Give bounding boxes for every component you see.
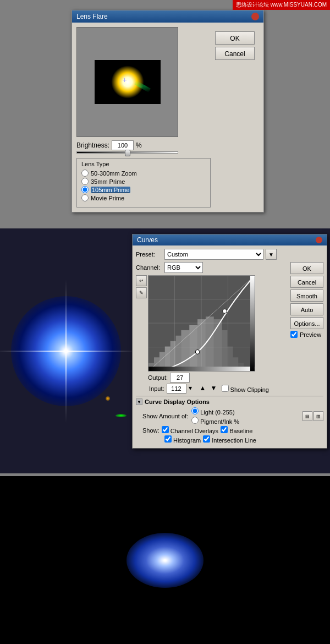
eyedrop2[interactable]: ▲ — [200, 384, 208, 393]
lens-flare-body: Brightness: % Lens Type 50-300mm Zoom — [72, 23, 263, 212]
show-clipping-label: Show Clipping — [222, 385, 269, 393]
eyedrop3[interactable]: ▼ — [211, 384, 219, 393]
lens-option-movie[interactable]: Movie Prime — [81, 194, 206, 201]
watermark: 思络设计论坛 www.MISSYUAN.COM — [233, 0, 330, 10]
preset-select[interactable]: Custom — [164, 249, 263, 260]
input-input[interactable] — [167, 384, 186, 394]
channel-overlays-label: Channel Overlays — [162, 426, 219, 434]
svg-rect-14 — [189, 325, 197, 371]
eyedrop1[interactable]: ▾ — [189, 384, 197, 393]
input-label: Input: — [149, 385, 164, 392]
star-ray-vertical — [65, 280, 67, 423]
lens-option-35mm[interactable]: 35mm Prime — [81, 178, 206, 185]
glowing-star — [11, 296, 121, 406]
small-glow — [127, 533, 204, 588]
lens-label-105mm: 105mm Prime — [91, 187, 130, 193]
brightness-input[interactable] — [112, 140, 134, 150]
lens-cancel-button[interactable]: Cancel — [215, 47, 255, 60]
histogram-label: Histogram — [164, 435, 201, 444]
lens-radio-35mm[interactable] — [81, 178, 89, 185]
lens-type-title: Lens Type — [81, 161, 206, 167]
svg-rect-13 — [181, 330, 189, 371]
curves-graph[interactable] — [148, 275, 255, 372]
grid-icon-buttons: ▤ ▥ — [302, 411, 323, 421]
watermark-text: 思络设计论坛 www.MISSYUAN.COM — [236, 2, 327, 8]
channel-select[interactable]: RGB — [164, 262, 203, 273]
light-radio[interactable] — [191, 407, 199, 414]
curves-channel-col: Channel: RGB ↩ ✎ — [136, 262, 288, 394]
lens-radio-50300[interactable] — [81, 170, 89, 177]
show-clipping-checkbox[interactable] — [222, 385, 229, 392]
lens-option-105mm[interactable]: 105mm Prime — [81, 186, 206, 193]
svg-point-24 — [223, 309, 227, 313]
brightness-row: Brightness: % — [76, 140, 211, 150]
curves-channel-buttons-row: Channel: RGB ↩ ✎ — [136, 262, 323, 394]
curves-smooth-button[interactable]: Smooth — [290, 290, 323, 302]
show-row: Show: Channel Overlays Baseline — [142, 426, 323, 434]
curves-close-button[interactable] — [316, 237, 322, 243]
svg-rect-25 — [148, 367, 255, 371]
curves-graph-col: Output: — [148, 275, 255, 383]
preview-row: Preview — [290, 331, 323, 338]
curves-preset-row: Preset: Custom ▼ — [136, 249, 323, 260]
baseline-checkbox[interactable] — [221, 426, 228, 433]
pigment-radio-label: Pigment/Ink % — [191, 417, 239, 425]
brightness-slider-track[interactable] — [76, 151, 178, 154]
show-row2: Histogram Intersection Line — [142, 435, 323, 444]
curves-auto-button[interactable]: Auto — [290, 303, 323, 315]
preview-label: Preview — [300, 331, 321, 338]
preview-checkbox[interactable] — [290, 331, 298, 338]
curves-presets-icon[interactable]: ▼ — [266, 249, 277, 260]
svg-point-23 — [195, 350, 200, 354]
lens-flare-close-button[interactable] — [251, 13, 259, 20]
channel-overlays-checkbox[interactable] — [162, 426, 169, 433]
baseline-label: Baseline — [221, 426, 252, 434]
brightness-slider-row — [76, 151, 211, 154]
output-label: Output: — [148, 374, 168, 381]
star-flare-orange — [106, 396, 110, 401]
lens-option-50300[interactable]: 50-300mm Zoom — [81, 170, 206, 177]
input-row: Input: ▾ ▲ ▼ Show Clipping — [136, 384, 288, 394]
lens-flare-title: Lens Flare — [76, 13, 108, 20]
lens-label-50300: 50-300mm Zoom — [91, 170, 137, 177]
lens-type-box: Lens Type 50-300mm Zoom 35mm Prime 105mm… — [76, 158, 211, 208]
lens-canvas[interactable] — [76, 27, 178, 137]
lens-label-movie: Movie Prime — [91, 195, 124, 201]
curves-graph-svg — [148, 276, 255, 371]
curves-cancel-button[interactable]: Cancel — [290, 276, 323, 288]
curves-tools-col: ↩ ✎ — [136, 275, 147, 383]
grid-small-button[interactable]: ▤ — [302, 411, 312, 421]
svg-rect-26 — [250, 276, 255, 371]
intersection-label: Intersection Line — [203, 435, 256, 444]
grid-large-button[interactable]: ▥ — [314, 411, 323, 421]
pigment-radio[interactable] — [191, 417, 199, 424]
lens-radio-movie[interactable] — [81, 194, 89, 201]
brightness-label: Brightness: — [76, 141, 109, 149]
preset-label: Preset: — [136, 251, 162, 258]
show-amount-label: Show Amount of: — [142, 413, 188, 419]
collapse-button[interactable]: ▼ — [136, 399, 142, 405]
lens-ok-button[interactable]: OK — [215, 31, 255, 45]
star-flare-green — [116, 414, 127, 417]
lens-dialog-buttons: OK Cancel — [215, 27, 259, 208]
curves-divider1 — [136, 396, 323, 396]
star-glow-outer — [11, 296, 121, 406]
show-amount-row: Show Amount of: Light (0-255) Pigment/In… — [142, 407, 323, 425]
curves-tool-pencil[interactable]: ✎ — [136, 287, 147, 298]
curves-dialog: Curves Preset: Custom ▼ Channel: — [132, 234, 327, 449]
lens-radio-105mm[interactable] — [81, 186, 89, 193]
curves-tool-curve[interactable]: ↩ — [136, 275, 147, 286]
svg-rect-17 — [214, 319, 222, 371]
show-amount-radios: Light (0-255) Pigment/Ink % — [191, 407, 239, 425]
curves-options-button[interactable]: Options... — [290, 317, 323, 329]
histogram-checkbox[interactable] — [164, 435, 172, 443]
intersection-checkbox[interactable] — [203, 435, 210, 443]
brightness-slider-thumb[interactable] — [125, 150, 130, 156]
curves-title: Curves — [137, 236, 158, 244]
light-radio-label: Light (0-255) — [191, 407, 239, 416]
section2-background: Curves Preset: Custom ▼ Channel: — [0, 228, 330, 473]
channel-label: Channel: — [136, 264, 162, 271]
curves-ok-button[interactable]: OK — [290, 262, 323, 274]
svg-rect-16 — [206, 316, 214, 371]
output-input[interactable] — [170, 373, 190, 383]
